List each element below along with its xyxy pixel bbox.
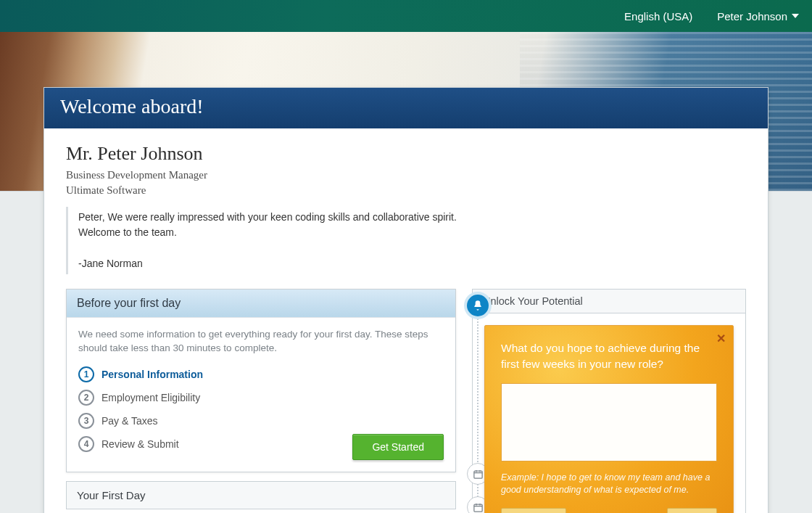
employee-role: Business Development Manager (66, 169, 746, 181)
step-employment-eligibility[interactable]: 2 Employment Eligibility (78, 386, 444, 409)
step-label: Pay & Taxes (102, 415, 158, 427)
save-button[interactable]: Save (667, 508, 717, 513)
welcome-line1: Peter, We were really impressed with you… (78, 210, 472, 225)
get-started-button[interactable]: Get Started (352, 434, 444, 460)
chevron-down-icon (792, 14, 799, 18)
welcome-signature: -Jane Norman (78, 256, 472, 271)
language-label: English (USA) (624, 10, 692, 22)
panel-head-first-day: Your First Day (67, 482, 455, 509)
step-number-4: 4 (78, 436, 94, 452)
step-label: Personal Information (102, 369, 203, 380)
tasks-column: Before your first day We need some infor… (66, 289, 456, 513)
svg-rect-0 (473, 471, 481, 478)
step-label: Review & Submit (102, 438, 179, 450)
not-now-button[interactable]: Not Now (501, 508, 566, 513)
top-nav: English (USA) Peter Johnson (0, 0, 812, 32)
potential-column: Unlock Your Potential ✕ What do you hope… (472, 289, 746, 513)
language-selector[interactable]: English (USA) (624, 10, 692, 22)
step-personal-info[interactable]: 1 Personal Information (78, 363, 444, 386)
goal-prompt-card: ✕ What do you hope to achieve during the… (484, 325, 734, 513)
panel-head-before[interactable]: Before your first day (67, 290, 455, 318)
potential-header: Unlock Your Potential (472, 289, 746, 313)
welcome-message: Peter, We were really impressed with you… (66, 207, 472, 274)
onboarding-card: Welcome aboard! Mr. Peter Johnson Busine… (44, 87, 768, 513)
welcome-line2: Welcome to the team. (78, 225, 472, 240)
potential-body: ✕ What do you hope to achieve during the… (472, 313, 746, 513)
bell-icon[interactable] (467, 295, 489, 316)
goal-example: Example: I hope to get to know my team a… (501, 472, 717, 496)
employee-name: Mr. Peter Johnson (66, 143, 746, 165)
panel-before-first-day: Before your first day We need some infor… (66, 289, 456, 472)
card-title: Welcome aboard! (44, 88, 768, 128)
goal-question: What do you hope to achieve during the f… (501, 340, 717, 373)
step-number-2: 2 (78, 390, 94, 406)
close-icon[interactable]: ✕ (716, 332, 726, 345)
user-menu[interactable]: Peter Johnson (717, 10, 799, 22)
step-number-3: 3 (78, 413, 94, 429)
svg-rect-1 (473, 504, 481, 512)
panel-first-day[interactable]: Your First Day (66, 481, 456, 509)
step-pay-taxes[interactable]: 3 Pay & Taxes (78, 409, 444, 432)
step-label: Employment Eligibility (102, 392, 200, 403)
user-name: Peter Johnson (717, 10, 787, 22)
step-number-1: 1 (78, 366, 94, 382)
employee-company: Ultimate Software (66, 184, 746, 197)
panel-before-desc: We need some information to get everythi… (78, 328, 444, 356)
goal-textarea[interactable] (501, 383, 717, 461)
